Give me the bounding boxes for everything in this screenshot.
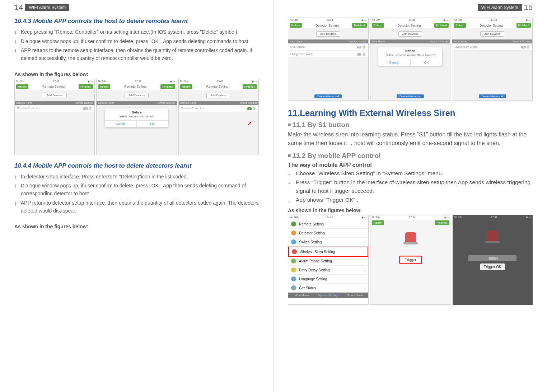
row-label: Living room Alarm: [454, 45, 477, 48]
col-right: Detector Number: [430, 40, 449, 43]
setting-icon: [291, 285, 296, 290]
ok-button[interactable]: OK: [411, 59, 443, 66]
settings-row[interactable]: Language Setting›: [288, 275, 368, 284]
add-devices-button[interactable]: Add Devices: [125, 93, 149, 98]
time: 17:32: [53, 80, 60, 83]
sub-11-2: The way of mobile APP control: [288, 162, 533, 168]
add-devices-button[interactable]: Add Devices: [316, 31, 340, 37]
tab-main-menu[interactable]: Main Menu: [288, 293, 315, 298]
settings-row[interactable]: Wireless Siren Setting›: [288, 247, 368, 257]
finished-button[interactable]: Finished: [434, 23, 449, 28]
dialog: Notice Delete detectors named "Door Alar…: [378, 47, 442, 66]
count-badge: 1: [357, 53, 362, 56]
dialog-text: Delete remote controller all?: [105, 114, 169, 120]
add-devices-button[interactable]: Add Devices: [480, 31, 504, 37]
battery-icon: ◉ ▭: [526, 216, 531, 219]
tab-smart-home[interactable]: Smart Home: [342, 293, 368, 298]
list-item[interactable]: Door Alarm2 🗑: [288, 43, 368, 51]
finished-button[interactable]: Finished: [160, 84, 175, 89]
carrier: No SIM: [290, 19, 298, 22]
settings-row[interactable]: Switch Setting›: [288, 238, 368, 247]
list-item[interactable]: Remote Controller1 🗑: [15, 105, 94, 112]
setting-label: Wireless Siren Setting: [300, 250, 364, 254]
section-10-4-3-title: 10.4.3 Mobile APP controls the host to d…: [14, 18, 259, 25]
phone-screenshot: No SIM17:33◉ ▭ ReturnDetector SettingFin…: [370, 18, 451, 101]
battery-icon: ◉ ▭: [361, 19, 367, 22]
bullet-item: APP return to detector setup interface, …: [21, 199, 259, 215]
return-button[interactable]: Return: [98, 84, 110, 89]
cancel-button[interactable]: Cancel: [105, 121, 137, 127]
finished-button[interactable]: Finished: [79, 84, 93, 89]
add-devices-button[interactable]: Add Devices: [398, 31, 422, 37]
count-badge: 2: [357, 46, 362, 48]
page-14: 14 WIFI Alarm System 10.4.3 Mobile APP c…: [0, 0, 274, 392]
delete-all-button[interactable]: Delete detectors all: [479, 94, 506, 98]
row-label: Remote Controller: [181, 107, 204, 110]
settings-row[interactable]: Get Status›: [288, 284, 368, 293]
delete-all-button[interactable]: Delete detectors all: [397, 94, 424, 98]
red-arrow-icon: ↗: [247, 120, 252, 127]
ok-button[interactable]: OK: [137, 121, 168, 127]
screen-title: Remote Setting: [124, 85, 146, 88]
screenshots-top-right: No SIM17:33◉ ▭ ReturnDetector SettingFin…: [288, 18, 533, 101]
cancel-button[interactable]: Cancel: [378, 59, 411, 66]
screenshots-11-2: No SIM14:26◉ ▭ Remote Setting›Detector S…: [288, 215, 533, 305]
phone-screenshot: No SIM15:08◉ ▭ ReturnRemote SettingFinis…: [178, 79, 259, 155]
finished-button[interactable]: Finished: [516, 23, 531, 28]
bullet-item: Dialogue window pops up, if user confirm…: [21, 182, 259, 197]
return-button[interactable]: Return: [290, 23, 302, 28]
add-devices-button[interactable]: Add Devices: [206, 93, 230, 98]
setting-icon: [291, 230, 296, 235]
tab-bar: Main Menu System Settings Smart Home: [288, 293, 368, 298]
section-10-4-3-bullets: Keep pressing "Remote Controller" on its…: [14, 28, 259, 62]
chevron-right-icon: ›: [364, 259, 365, 263]
trash-icon[interactable]: 🗑: [89, 106, 92, 110]
trigger-button[interactable]: Trigger: [399, 256, 422, 264]
trash-icon[interactable]: 🗑: [363, 52, 366, 56]
return-button[interactable]: Return: [454, 23, 466, 28]
battery-icon: ◉ ▭: [88, 80, 93, 83]
settings-row[interactable]: Detector Setting›: [288, 229, 368, 238]
time: 17:32: [135, 80, 141, 83]
return-button[interactable]: Return: [372, 220, 384, 225]
settings-row[interactable]: Alarm Phone Setting›: [288, 257, 368, 266]
page-number: 14: [14, 3, 23, 12]
time: 17:33: [408, 19, 415, 22]
setting-icon: [291, 221, 296, 227]
list-item[interactable]: Remote Controller0 🗑: [179, 105, 258, 112]
tab-system-settings[interactable]: System Settings: [315, 293, 341, 298]
col-right: Detector Number: [347, 40, 366, 43]
finished-button[interactable]: Finished: [435, 220, 449, 225]
time: 14:26: [327, 216, 333, 219]
trash-icon[interactable]: 🗑: [363, 45, 366, 49]
trash-icon[interactable]: 🗑: [253, 106, 256, 110]
time: 17:34: [409, 216, 415, 219]
settings-row[interactable]: Remote Setting›: [288, 220, 368, 229]
battery-icon: ◉ ▭: [170, 80, 175, 83]
delete-all-button[interactable]: Delete detectors all: [314, 94, 342, 98]
heading-11: 11.Learning With External Wireless Siren: [288, 108, 533, 118]
finished-button[interactable]: Finished: [243, 84, 257, 89]
setting-icon: [291, 239, 296, 244]
carrier: No SIM: [454, 19, 462, 22]
count-badge: 0: [247, 107, 252, 110]
finished-button[interactable]: Finished: [352, 23, 366, 28]
return-button[interactable]: Return: [16, 84, 28, 89]
chevron-right-icon: ›: [364, 231, 365, 235]
phone-screenshot-settings: No SIM14:26◉ ▭ Remote Setting›Detector S…: [288, 215, 369, 305]
phone-screenshot-trigger: No SIM17:34◉ ▭ ReturnFinished Trigger: [370, 215, 451, 305]
return-button[interactable]: Return: [372, 23, 384, 28]
add-devices-button[interactable]: Add Devices: [43, 93, 67, 98]
list-item[interactable]: Living room Alarm1 🗑: [288, 51, 368, 58]
phone-screenshot: No SIM17:33◉ ▭ ReturnDetector SettingFin…: [452, 18, 533, 101]
setting-icon: [292, 249, 297, 254]
battery-icon: ◉ ▭: [252, 80, 257, 83]
bullets-11-2: Choose “Wireless Siren Setting” in “Syst…: [288, 169, 533, 204]
trash-icon[interactable]: 🗑: [527, 45, 530, 49]
time: 15:08: [217, 80, 223, 83]
trigger-button[interactable]: Trigger: [468, 255, 516, 261]
battery-icon: ◉ ▭: [525, 19, 531, 22]
settings-row[interactable]: Entry Delay Setting›: [288, 266, 368, 275]
return-button[interactable]: Return: [180, 84, 192, 89]
list-item[interactable]: Living room Alarm1 🗑: [452, 43, 532, 51]
